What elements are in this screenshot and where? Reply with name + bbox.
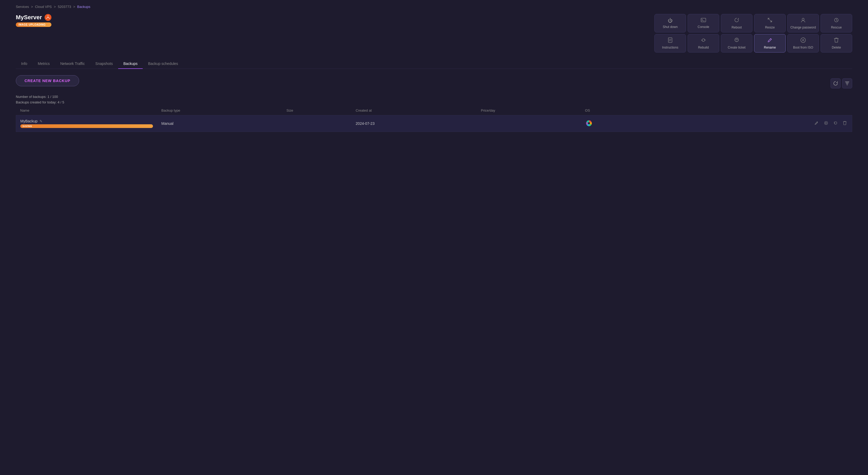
backup-name: MyBackup	[20, 119, 37, 123]
rename-icon	[767, 37, 773, 44]
table-row: MyBackup ✎ SAVING Manual 2024-07-23	[16, 115, 852, 132]
delete-label: Delete	[832, 46, 841, 49]
backup-count-info: Number of backups: 1 / 100	[16, 95, 852, 99]
svg-point-18	[588, 122, 590, 124]
backup-table: Name Backup type Size Created at Price/d…	[16, 106, 852, 132]
delete-button[interactable]: Delete	[820, 34, 852, 53]
rescue-label: Rescue	[831, 26, 842, 29]
col-created-at: Created at	[351, 106, 477, 115]
table-header: Name Backup type Size Created at Price/d…	[16, 106, 852, 115]
change-password-label: Change password	[790, 26, 816, 29]
backup-undo-button[interactable]	[832, 120, 839, 127]
resize-button[interactable]: Resize	[754, 14, 786, 32]
backup-name-edit-icon[interactable]: ✎	[39, 119, 42, 123]
breadcrumb-services[interactable]: Services	[16, 5, 29, 9]
rename-label: Rename	[764, 46, 776, 49]
backup-type-cell: Manual	[157, 115, 282, 132]
rebuild-label: Rebuild	[698, 46, 709, 49]
breadcrumb-cloud-vps[interactable]: Cloud VPS	[35, 5, 52, 9]
change-password-icon	[801, 18, 806, 24]
delete-icon	[834, 37, 839, 44]
server-name: MyServer	[16, 14, 42, 21]
console-button[interactable]: Console	[688, 14, 719, 32]
resize-icon	[767, 18, 773, 24]
filter-button[interactable]	[842, 78, 852, 88]
reboot-icon	[734, 18, 739, 24]
instructions-label: Instructions	[662, 46, 678, 49]
create-ticket-button[interactable]: Create ticket	[721, 34, 752, 53]
ubuntu-icon	[44, 14, 52, 21]
col-price-day: Price/day	[476, 106, 581, 115]
reboot-button[interactable]: Reboot	[721, 14, 752, 32]
svg-rect-5	[701, 18, 706, 22]
backup-price-cell	[476, 115, 581, 132]
change-password-button[interactable]: Change password	[787, 14, 819, 32]
breadcrumb-current: Backups	[77, 5, 90, 9]
backup-restore-play-button[interactable]	[823, 120, 829, 127]
tab-backup-schedules[interactable]: Backup schedules	[143, 59, 183, 69]
svg-point-17	[803, 40, 803, 40]
backup-size-cell	[282, 115, 351, 132]
backup-edit-button[interactable]	[813, 120, 820, 127]
tab-snapshots[interactable]: Snapshots	[90, 59, 118, 69]
console-icon	[701, 18, 706, 24]
os-pinwheel-icon	[585, 119, 593, 127]
rescue-button[interactable]: Rescue	[820, 14, 852, 32]
backup-today-info: Backups created for today: 4 / 5	[16, 100, 852, 104]
backup-delete-button[interactable]	[842, 120, 848, 127]
svg-point-1	[48, 17, 49, 18]
shutdown-button[interactable]: ⏻ Shut down	[654, 14, 686, 32]
shutdown-label: Shut down	[663, 25, 678, 29]
col-os: OS	[581, 106, 656, 115]
breadcrumb-server-id[interactable]: 5203773	[58, 5, 71, 9]
tab-backups[interactable]: Backups	[118, 59, 143, 69]
create-backup-button[interactable]: CREATE NEW BACKUP	[16, 75, 79, 86]
backups-content: CREATE NEW BACKUP Number of backups: 1 /…	[16, 75, 852, 132]
rebuild-icon	[701, 37, 706, 44]
svg-point-4	[46, 18, 47, 19]
boot-iso-label: Boot from ISO	[793, 46, 813, 49]
table-body: MyBackup ✎ SAVING Manual 2024-07-23	[16, 115, 852, 132]
col-backup-type: Backup type	[157, 106, 282, 115]
boot-iso-button[interactable]: Boot from ISO	[787, 34, 819, 53]
backup-name-cell: MyBackup ✎ SAVING	[16, 115, 157, 132]
tabs: Info Metrics Network Traffic Snapshots B…	[16, 59, 852, 69]
action-buttons-grid: ⏻ Shut down Console	[654, 14, 852, 53]
col-size: Size	[282, 106, 351, 115]
server-title-section: MyServer IMAGE UPLOADING	[16, 14, 52, 27]
server-header: MyServer IMAGE UPLOADING ⏻ Shut down	[16, 14, 852, 53]
svg-point-7	[802, 18, 804, 20]
shutdown-icon: ⏻	[668, 18, 673, 24]
tab-network-traffic[interactable]: Network Traffic	[55, 59, 90, 69]
backup-actions-cell	[656, 115, 852, 132]
backup-created-cell: 2024-07-23	[351, 115, 477, 132]
console-label: Console	[698, 25, 709, 29]
svg-point-2	[48, 16, 49, 17]
server-name-row: MyServer	[16, 14, 52, 21]
refresh-filter-group	[831, 78, 852, 88]
image-uploading-badge: IMAGE UPLOADING	[16, 23, 52, 27]
col-name: Name	[16, 106, 157, 115]
rescue-icon	[834, 18, 839, 24]
boot-iso-icon	[800, 37, 806, 44]
saving-badge: SAVING	[20, 124, 153, 128]
rename-button[interactable]: Rename	[754, 34, 786, 53]
create-ticket-icon	[734, 37, 740, 44]
reboot-label: Reboot	[732, 26, 742, 29]
svg-point-3	[49, 18, 50, 19]
backup-os-cell	[581, 115, 656, 132]
col-actions	[656, 106, 852, 115]
rebuild-button[interactable]: Rebuild	[688, 34, 719, 53]
breadcrumb: Services > Cloud VPS > 5203773 > Backups	[0, 0, 868, 11]
table-header-row: CREATE NEW BACKUP	[16, 75, 852, 92]
tab-info[interactable]: Info	[16, 59, 32, 69]
instructions-icon	[668, 37, 673, 44]
instructions-button[interactable]: Instructions	[654, 34, 686, 53]
refresh-button[interactable]	[831, 78, 841, 88]
tab-metrics[interactable]: Metrics	[32, 59, 55, 69]
create-ticket-label: Create ticket	[728, 46, 745, 49]
svg-point-14	[736, 41, 737, 41]
resize-label: Resize	[765, 26, 775, 29]
